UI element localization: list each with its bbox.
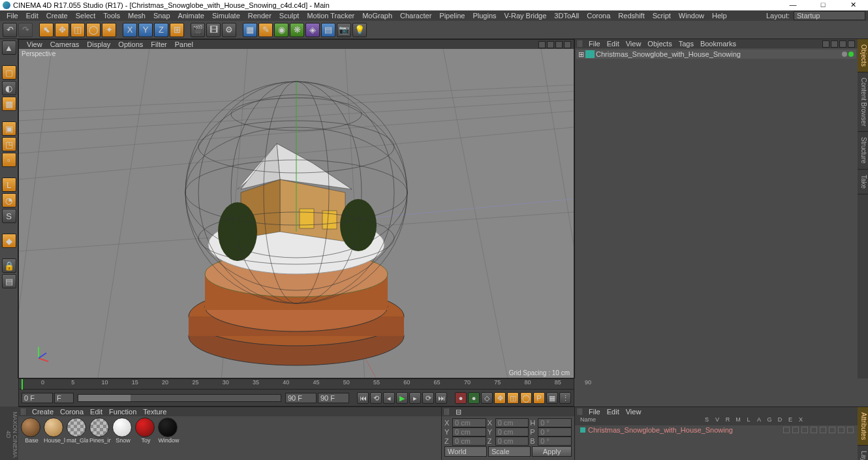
material-swatch[interactable]: Toy [135,418,157,444]
add-camera-button[interactable]: 📷 [337,23,351,37]
object-name[interactable]: Christmas_Snowglobe_with_House_Snowing [596,50,741,58]
object-mode[interactable]: ▣ [2,121,16,136]
obj-menu-item[interactable]: Bookmarks [697,40,739,48]
material-swatch[interactable]: Base [21,418,42,444]
menu-item[interactable]: Window [675,12,708,20]
menu-item[interactable]: Help [708,12,731,20]
dock-icon[interactable] [848,40,855,48]
obj-menu-item[interactable]: Tags [675,40,697,48]
attr-col[interactable]: A [754,416,764,425]
attr-col[interactable]: R [722,416,733,425]
visibility-dot[interactable] [848,52,854,57]
add-nurbs-button[interactable]: ◉ [274,23,288,37]
vp-rotate-icon[interactable] [555,41,563,48]
sidetab-structure[interactable]: Structure [858,132,868,170]
attr-flag-icon[interactable] [792,427,799,433]
coord-rot-field[interactable]: 0 ° [538,437,572,446]
sidetab-layers[interactable]: Layers [858,446,868,460]
obj-menu-item[interactable]: View [623,40,645,48]
vp-pan-icon[interactable] [538,41,546,48]
make-editable-button[interactable]: ▲ [2,40,16,55]
menu-item[interactable]: Animate [174,12,208,20]
menu-item[interactable]: Pipeline [435,12,469,20]
add-light-button[interactable]: 💡 [352,23,367,37]
vp-menu-item[interactable]: Cameras [46,40,84,48]
y-axis-lock[interactable]: Y [138,23,153,37]
attr-col[interactable]: S [702,416,712,425]
texture-mode[interactable]: ◐ [2,81,16,95]
attr-menu-item[interactable]: View [623,408,645,416]
menu-item[interactable]: Sculpt [275,12,303,20]
menu-item[interactable]: Character [396,12,435,20]
attr-flag-icon[interactable] [783,427,790,433]
key-scale-button[interactable]: ◫ [507,392,519,404]
panel-grip-icon[interactable] [21,408,26,415]
recent-tool[interactable]: ✦ [102,23,116,37]
vp-menu-item[interactable]: Filter [147,40,170,48]
timeline-options-button[interactable]: ⋮ [559,392,571,404]
redo-button[interactable]: ↷ [18,23,33,37]
panel-grip-icon[interactable] [578,408,583,415]
attr-menu-item[interactable]: Edit [604,408,623,416]
object-tree-item[interactable]: ⊞ Christmas_Snowglobe_with_House_Snowing [576,50,856,59]
menu-item[interactable]: Tools [99,12,124,20]
menu-item[interactable]: Select [72,12,100,20]
end-frame-field[interactable]: 90 F [285,393,317,403]
render-pv-button[interactable]: 🎞 [206,23,221,37]
menu-item[interactable]: Simulate [208,12,244,20]
end-frame-field-2[interactable]: 90 F [318,393,349,403]
undo-button[interactable]: ↶ [3,23,17,37]
coord-rot-field[interactable]: 0 ° [538,427,572,437]
prev-key-button[interactable]: ⟲ [370,392,382,404]
key-param-button[interactable]: P [533,392,545,404]
close-button[interactable]: ✕ [838,0,868,10]
timeline-ruler[interactable]: 051015202530354045505560657075808590 [19,379,574,390]
coord-size-field[interactable]: 0 cm [495,418,529,427]
range-slider[interactable] [78,394,281,402]
vp-menu-item[interactable]: Panel [171,40,197,48]
attr-col[interactable]: M [733,416,743,425]
render-settings-button[interactable]: ⚙ [222,23,236,37]
menu-item[interactable]: 3DToAll [550,12,583,20]
start-frame-field[interactable]: 0 F [22,393,53,403]
menu-item[interactable]: Plugins [469,12,500,20]
attr-col[interactable]: L [743,416,754,425]
sidetab-content-browser[interactable]: Content Browser [858,72,868,132]
move-tool[interactable]: ✥ [55,23,69,37]
coord-pos-field[interactable]: 0 cm [452,437,486,446]
perspective-viewport[interactable]: Perspective [19,49,574,378]
panel-grip-icon[interactable] [444,408,450,415]
workplane-toggle[interactable]: ▤ [2,274,16,288]
obj-menu-item[interactable]: File [585,40,604,48]
attr-col[interactable]: G [764,416,775,425]
menu-item[interactable]: Motion Tracker [303,12,358,20]
key-pla-button[interactable]: ▦ [546,392,558,404]
select-tool[interactable]: ⬉ [39,23,54,37]
record-button[interactable]: ● [455,392,467,404]
coord-pos-field[interactable]: 0 cm [452,418,486,427]
attr-flag-icon[interactable] [838,427,845,433]
search-icon[interactable] [822,40,829,48]
add-cube-button[interactable]: ▦ [243,23,257,37]
panel-grip-icon[interactable] [578,40,583,47]
coord-mode-select[interactable]: Scale [488,446,531,457]
vp-menu-item[interactable]: View [23,40,46,48]
scale-tool[interactable]: ◫ [70,23,85,37]
fps-field[interactable]: F [54,393,74,403]
point-mode[interactable]: ▫ [2,153,16,167]
vp-toggle-icon[interactable] [564,41,571,48]
snap-toggle[interactable]: 🔒 [2,258,16,273]
render-view-button[interactable]: 🎬 [191,23,205,37]
vp-menu-item[interactable]: Options [114,40,147,48]
object-tree[interactable]: ⊞ Christmas_Snowglobe_with_House_Snowing [575,48,858,378]
coord-collapse-icon[interactable]: ⊟ [452,408,465,416]
goto-start-button[interactable]: ⏮ [357,392,369,404]
attr-col[interactable]: E [785,416,796,425]
attr-item-name[interactable]: Christmas_Snowglobe_with_House_Snowing [588,426,733,434]
attr-flag-icon[interactable] [820,427,826,433]
uv-mode[interactable]: S [2,209,16,223]
menu-item[interactable]: Script [649,12,675,20]
vp-zoom-icon[interactable] [547,41,554,48]
poly-mode[interactable]: ◔ [2,193,16,207]
attr-menu-item[interactable]: File [585,408,604,416]
